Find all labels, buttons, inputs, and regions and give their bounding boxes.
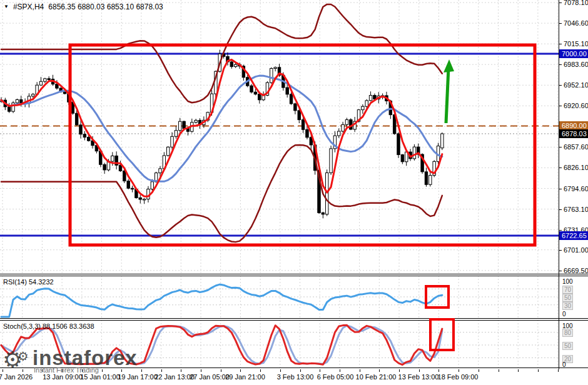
rsi-axis-label: 50 bbox=[562, 294, 573, 302]
price-tick bbox=[559, 147, 562, 148]
price-tick-label: 6826.10 bbox=[564, 164, 588, 171]
price-tick-label: 6701.00 bbox=[564, 246, 588, 254]
symbol-ohlc-label: 6856.35 6880.03 6853.10 6878.03 bbox=[48, 2, 163, 11]
panel-separator[interactable] bbox=[0, 318, 588, 319]
price-tick-label: 6669.50 bbox=[564, 267, 588, 274]
symbol-period-label: #SPX,H4 bbox=[13, 2, 44, 11]
time-tick bbox=[221, 369, 221, 372]
stoch-axis-label: 50 bbox=[562, 342, 573, 350]
price-tick-label: 7078.10 bbox=[564, 0, 588, 6]
stoch-axis-label: 0 bbox=[562, 361, 566, 368]
time-tick bbox=[558, 369, 559, 372]
price-axis[interactable]: 7078.107046.607015.106983.606952.106920.… bbox=[559, 0, 588, 274]
price-tick-label: 6920.60 bbox=[564, 102, 588, 109]
time-tick-label: 29 Jan 21:00 bbox=[225, 373, 265, 381]
rsi-axis-label: 100 bbox=[562, 278, 573, 285]
price-tick-label: 6983.60 bbox=[564, 61, 588, 68]
price-tick bbox=[559, 271, 562, 271]
time-tick bbox=[201, 369, 201, 372]
time-tick bbox=[141, 369, 142, 372]
price-tick bbox=[559, 2, 562, 3]
time-tick bbox=[538, 369, 539, 372]
rsi-axis-label: 70 bbox=[562, 286, 573, 294]
time-tick bbox=[518, 369, 519, 372]
time-tick-label: 10 Feb 21:00 bbox=[356, 373, 397, 381]
price-tick bbox=[559, 85, 562, 86]
time-tick bbox=[499, 369, 499, 372]
time-tick-label: 6 Feb 05:00 bbox=[317, 373, 354, 381]
time-tick bbox=[479, 369, 479, 372]
time-tick bbox=[399, 369, 400, 372]
gears-logo-icon: ⚙⚙ bbox=[3, 348, 31, 375]
panel-separator[interactable] bbox=[0, 320, 588, 321]
time-tick bbox=[379, 369, 380, 372]
time-tick bbox=[340, 369, 340, 372]
price-tick-label: 6952.10 bbox=[564, 81, 588, 89]
price-tick-label: 6857.60 bbox=[564, 143, 588, 151]
rsi-axis-label: 0 bbox=[562, 311, 566, 318]
time-tick bbox=[181, 369, 181, 372]
price-tick bbox=[559, 230, 562, 231]
main-chart-canvas[interactable] bbox=[0, 0, 559, 274]
time-tick bbox=[161, 369, 162, 372]
time-tick bbox=[280, 369, 281, 372]
stoch-indicator-label: Stoch(5,3,3) 88.1506 83.3638 bbox=[3, 322, 94, 330]
rsi-canvas[interactable] bbox=[0, 276, 559, 318]
panel-separator[interactable] bbox=[0, 276, 588, 276]
watermark-title: instaforex bbox=[33, 349, 138, 368]
stoch-axis[interactable]: 1008050200 bbox=[559, 320, 588, 368]
rsi-indicator-label: RSI(14) 54.3232 bbox=[3, 278, 54, 286]
price-tick bbox=[559, 189, 562, 189]
price-tick-label: 7046.60 bbox=[564, 19, 588, 27]
price-tick-label: 7015.10 bbox=[564, 40, 588, 48]
rsi-axis[interactable]: 1007050300 bbox=[559, 276, 588, 318]
time-tick bbox=[360, 369, 360, 372]
time-tick-label: 22 Jan 13:00 bbox=[155, 373, 195, 381]
price-tick bbox=[559, 64, 562, 65]
stoch-axis-label: 80 bbox=[562, 329, 573, 337]
price-tick-label: 6763.10 bbox=[564, 206, 588, 213]
price-highlight-label: 6878.03 bbox=[559, 129, 588, 138]
time-tick bbox=[260, 369, 261, 372]
time-tick bbox=[419, 369, 420, 372]
main-chart-panel[interactable] bbox=[0, 0, 559, 274]
time-tick-label: 18 Feb 09:00 bbox=[438, 373, 479, 381]
price-tick bbox=[559, 209, 562, 210]
price-tick bbox=[559, 106, 562, 106]
time-tick bbox=[300, 369, 301, 372]
price-tick bbox=[559, 44, 562, 44]
time-tick-label: 3 Feb 13:00 bbox=[277, 373, 314, 381]
watermark: ⚙⚙ instaforex Instant Forex Trading bbox=[3, 348, 138, 375]
rsi-panel[interactable] bbox=[0, 276, 559, 318]
time-tick bbox=[320, 369, 320, 372]
time-tick-label: 13 Feb 13:00 bbox=[398, 373, 439, 381]
chevron-down-icon[interactable]: ▼ bbox=[4, 3, 9, 11]
price-highlight-label: 7000.00 bbox=[559, 49, 588, 58]
price-tick-label: 6794.60 bbox=[564, 185, 588, 192]
price-tick bbox=[559, 250, 562, 251]
time-tick bbox=[240, 369, 241, 372]
price-tick bbox=[559, 168, 562, 168]
time-tick-label: 27 Jan 05:00 bbox=[190, 373, 230, 381]
time-tick bbox=[438, 369, 439, 372]
time-tick bbox=[459, 369, 459, 372]
price-highlight-label: 6722.65 bbox=[559, 231, 588, 240]
symbol-header: ▼ #SPX,H4 6856.35 6880.03 6853.10 6878.0… bbox=[4, 2, 163, 11]
panel-separator[interactable] bbox=[0, 274, 588, 274]
rsi-axis-label: 30 bbox=[562, 302, 573, 310]
price-tick bbox=[559, 23, 562, 24]
